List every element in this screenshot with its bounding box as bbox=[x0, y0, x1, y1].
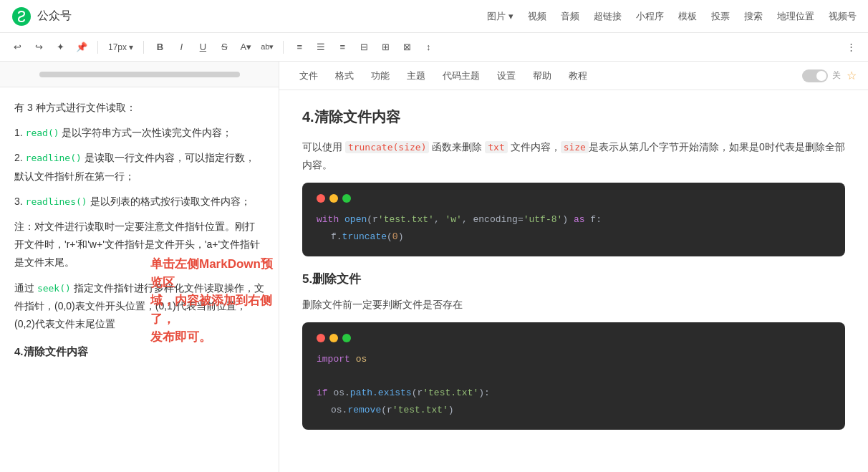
truncate-code: truncate(size) bbox=[345, 141, 430, 153]
size-code: size bbox=[561, 141, 589, 153]
top-nav: 公众号 图片 ▾ 视频 音频 超链接 小程序 模板 投票 搜索 地理位置 视频号 bbox=[0, 0, 868, 33]
nav-miniapp[interactable]: 小程序 bbox=[636, 10, 664, 23]
toggle-knob bbox=[816, 71, 826, 81]
item3-text: 3. readlines() 是以列表的格式按行读取文件内容； bbox=[14, 193, 264, 211]
code-block-2: import os if os.path.exists(r'test.txt')… bbox=[302, 322, 845, 430]
item1-desc: 是以字符串方式一次性读完文件内容； bbox=[59, 127, 233, 138]
logo-text: 公众号 bbox=[37, 9, 72, 24]
menu-theme[interactable]: 主题 bbox=[398, 62, 434, 90]
str-test: 'test.txt' bbox=[378, 214, 434, 225]
menu-help[interactable]: 帮助 bbox=[524, 62, 560, 90]
toolbar-divider-1 bbox=[97, 41, 98, 54]
code-block-1: with open(r'test.txt', 'w', encoding='ut… bbox=[302, 183, 845, 256]
item2-num: 2. bbox=[14, 152, 26, 163]
nav-images[interactable]: 图片 ▾ bbox=[487, 10, 513, 23]
fn-path-exists: path.exists bbox=[350, 387, 412, 398]
code-dots-1 bbox=[317, 194, 831, 203]
dot-yellow-2 bbox=[329, 334, 338, 342]
section5-paragraph: 删除文件前一定要判断文件是否存在 bbox=[302, 296, 845, 314]
fn-remove: remove bbox=[347, 405, 381, 415]
font-color-button[interactable]: A▾ bbox=[237, 39, 254, 56]
tooltip-text: 单击左侧MarkDown预览区 域，内容被添加到右侧了， 发布即可。 bbox=[150, 255, 279, 347]
menu-settings[interactable]: 设置 bbox=[488, 62, 524, 90]
nav-vote[interactable]: 投票 bbox=[711, 10, 730, 23]
seek-code: seek() bbox=[37, 283, 71, 294]
txt-code: txt bbox=[485, 141, 507, 153]
paint-button[interactable]: ✦ bbox=[52, 39, 69, 56]
nav-audio[interactable]: 音频 bbox=[561, 10, 579, 23]
item1-code: read() bbox=[26, 127, 59, 138]
item2-code: readline() bbox=[26, 153, 82, 163]
menu-code-theme[interactable]: 代码主题 bbox=[434, 62, 488, 90]
font-size-selector[interactable]: 17px ▾ bbox=[105, 41, 136, 54]
star-button[interactable]: ☆ bbox=[847, 69, 857, 82]
tooltip-box: 单击左侧MarkDown预览区 域，内容被添加到右侧了， 发布即可。 bbox=[150, 255, 279, 347]
toolbar: ↩ ↪ ✦ 📌 17px ▾ B I U S A▾ ab▾ ≡ ☰ ≡ ⊟ ⊞ … bbox=[0, 33, 868, 62]
right-panel: 文件 格式 功能 主题 代码主题 设置 帮助 教程 关 ☆ 4.清除文件内容 可… bbox=[279, 62, 868, 472]
nav-video-num[interactable]: 视频号 bbox=[829, 10, 857, 23]
code-line-2-1: import os bbox=[317, 351, 831, 367]
code-line-2-2: if os.path.exists(r'test.txt'): bbox=[317, 385, 831, 401]
more-button[interactable]: ⋮ bbox=[842, 39, 859, 56]
redo-button[interactable]: ↪ bbox=[30, 39, 47, 56]
item3-code: readlines() bbox=[26, 196, 87, 207]
nav-hyperlink[interactable]: 超链接 bbox=[594, 10, 622, 23]
align-left-button[interactable]: ≡ bbox=[291, 39, 308, 56]
str-w: 'w' bbox=[445, 214, 461, 225]
nav-location[interactable]: 地理位置 bbox=[777, 10, 814, 23]
undo-button[interactable]: ↩ bbox=[9, 39, 26, 56]
left-panel-header bbox=[0, 62, 279, 87]
section4-title: 4.清除文件内容 bbox=[302, 107, 845, 127]
toolbar-divider-2 bbox=[143, 41, 144, 54]
menu-format[interactable]: 格式 bbox=[327, 62, 362, 90]
toolbar-divider-3 bbox=[283, 41, 284, 54]
fn-truncate: truncate bbox=[342, 231, 387, 242]
section4-paragraph: 可以使用 truncate(size) 函数来删除 txt 文件内容，size是… bbox=[302, 138, 845, 174]
str-test3: 'test.txt' bbox=[392, 405, 448, 415]
menu-file[interactable]: 文件 bbox=[291, 62, 327, 90]
main-area: 有 3 种方式进行文件读取： 1. read() 是以字符串方式一次性读完文件内… bbox=[0, 62, 868, 472]
dot-red-1 bbox=[317, 194, 325, 203]
menu-tutorial[interactable]: 教程 bbox=[560, 62, 596, 90]
right-toolbar: 文件 格式 功能 主题 代码主题 设置 帮助 教程 关 ☆ bbox=[279, 62, 868, 90]
num-0: 0 bbox=[392, 231, 398, 242]
item3-desc: 是以列表的格式按行读取文件内容； bbox=[87, 196, 251, 207]
code-line-2-blank bbox=[317, 368, 831, 385]
tooltip-line3: 发布即可。 bbox=[150, 330, 211, 344]
italic-button[interactable]: I bbox=[173, 39, 190, 56]
outdent-button[interactable]: ⊠ bbox=[398, 39, 415, 56]
bold-button[interactable]: B bbox=[151, 39, 168, 56]
fn-open: open bbox=[344, 214, 367, 225]
dot-green-2 bbox=[342, 334, 351, 342]
bg-color-button[interactable]: ab▾ bbox=[259, 39, 276, 56]
align-center-button[interactable]: ☰ bbox=[312, 39, 329, 56]
underline-button[interactable]: U bbox=[194, 39, 211, 56]
indent-button[interactable]: ⊞ bbox=[377, 39, 394, 56]
str-utf8: 'utf-8' bbox=[524, 214, 563, 225]
mod-os: os bbox=[356, 354, 367, 365]
kw-as: as bbox=[574, 214, 585, 225]
menu-function[interactable]: 功能 bbox=[362, 62, 398, 90]
toggle-label: 关 bbox=[832, 69, 841, 82]
toggle-area: 关 bbox=[802, 69, 841, 82]
intro-text: 有 3 种方式进行文件读取： bbox=[14, 99, 264, 117]
dot-red-2 bbox=[317, 334, 325, 342]
line-height-button[interactable]: ↕ bbox=[420, 39, 437, 56]
nav-items: 图片 ▾ 视频 音频 超链接 小程序 模板 投票 搜索 地理位置 视频号 bbox=[487, 10, 857, 23]
kw-if: if bbox=[317, 387, 328, 398]
align-right-button[interactable]: ≡ bbox=[334, 39, 351, 56]
scroll-hint bbox=[39, 72, 240, 77]
right-content: 4.清除文件内容 可以使用 truncate(size) 函数来删除 txt 文… bbox=[279, 90, 868, 472]
align-justify-button[interactable]: ⊟ bbox=[355, 39, 372, 56]
strikethrough-button[interactable]: S bbox=[216, 39, 233, 56]
item1-num: 1. bbox=[14, 127, 26, 138]
preview-toggle[interactable] bbox=[802, 69, 828, 82]
code-line-1-1: with open(r'test.txt', 'w', encoding='ut… bbox=[317, 211, 831, 228]
nav-video[interactable]: 视频 bbox=[528, 10, 546, 23]
nav-search[interactable]: 搜索 bbox=[744, 10, 763, 23]
pin-button[interactable]: 📌 bbox=[73, 39, 90, 56]
item1-text: 1. read() 是以字符串方式一次性读完文件内容； bbox=[14, 124, 264, 142]
nav-template[interactable]: 模板 bbox=[678, 10, 697, 23]
code-line-1-2: f.truncate(0) bbox=[317, 228, 831, 245]
item3-num: 3. bbox=[14, 196, 26, 207]
